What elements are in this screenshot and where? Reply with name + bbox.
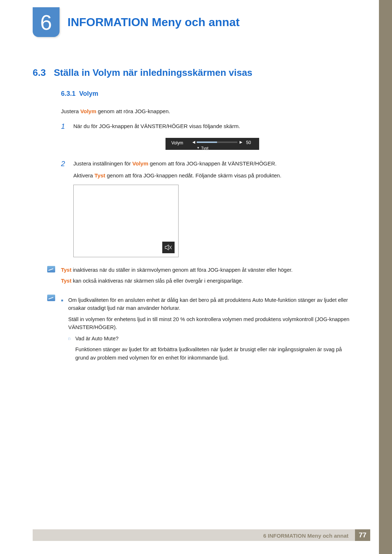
volume-fill [197, 141, 217, 143]
chapter-title: INFORMATION Meny och annat [68, 16, 240, 29]
section-heading: 6.3 Ställa in Volym när inledningsskärme… [33, 67, 252, 78]
note1-line2: Tyst kan också inaktiveras när skärmen s… [61, 277, 351, 285]
subsection-number: 6.3.1 [61, 90, 75, 97]
note-body: ■ Om ljudkvaliteten för en ansluten enhe… [61, 295, 351, 365]
note2-b1b: Ställ in volymen för enhetens ljud in ti… [68, 315, 351, 332]
note-block-2: ■ Om ljudkvaliteten för en ansluten enhe… [47, 295, 351, 365]
bullet-item: ■ Om ljudkvaliteten för en ansluten enhe… [61, 296, 351, 365]
footer: 77 6 INFORMATION Meny och annat [33, 529, 370, 541]
sub-bullet: □ Vad är Auto Mute? Funktionen stänger a… [68, 335, 351, 365]
note-block-1: Tyst inaktiveras när du ställer in skärm… [47, 266, 351, 288]
osd-label: Volym [171, 140, 183, 147]
step-2: 2 Justera inställningen för Volym genom … [61, 159, 351, 263]
note2-sub-a: Funktionen stänger av ljudet för att för… [75, 345, 351, 362]
subsection-title: Volym [79, 90, 98, 97]
volume-track [197, 141, 237, 143]
step-body: Justera inställningen för Volym genom at… [73, 159, 351, 263]
screen-illustration [73, 185, 179, 257]
step-2-line2: Aktivera Tyst genom att föra JOG-knappen… [73, 171, 351, 180]
note2-sub-q: Vad är Auto Mute? [75, 335, 351, 342]
note-icon [47, 266, 55, 272]
step-1-text: När du för JOG-knappen åt VÄNSTER/HÖGER … [73, 122, 351, 130]
section-title: Ställa in Volym när inledningsskärmen vi… [54, 67, 252, 78]
step-body: När du för JOG-knappen åt VÄNSTER/HÖGER … [73, 122, 351, 152]
step-2-line1: Justera inställningen för Volym genom at… [73, 159, 351, 168]
section-number: 6.3 [33, 67, 46, 78]
osd-value: 50 [246, 139, 251, 146]
step-number: 2 [61, 159, 68, 263]
content-body: Justera Volym genom att röra JOG-knappen… [61, 107, 351, 365]
note1-line1: Tyst inaktiveras när du ställer in skärm… [61, 266, 351, 274]
osd-tyst-row: ▼ Tyst [197, 145, 208, 151]
volume-osd: Volym ◀ ▶ 50 ▼ Tyst [166, 138, 259, 150]
left-arrow-icon: ◀ [192, 139, 195, 145]
step-number: 1 [61, 122, 68, 152]
down-arrow-icon: ▼ [197, 146, 200, 150]
footer-label: 6 INFORMATION Meny och annat [260, 533, 352, 539]
note2-b1: Om ljudkvaliteten för en ansluten enhet … [68, 296, 351, 312]
note-body: Tyst inaktiveras när du ställer in skärm… [61, 266, 351, 288]
right-arrow-icon: ▶ [240, 139, 242, 145]
intro-line: Justera Volym genom att röra JOG-knappen… [61, 107, 351, 115]
bullet-square-icon: ■ [61, 296, 63, 365]
side-strip [379, 0, 392, 554]
footer-page-number: 77 [355, 529, 370, 541]
step-1: 1 När du för JOG-knappen åt VÄNSTER/HÖGE… [61, 122, 351, 152]
osd-tyst-label: Tyst [201, 145, 208, 151]
note-icon [47, 295, 55, 301]
sub-bullet-icon: □ [68, 335, 70, 365]
subsection-heading: 6.3.1 Volym [61, 90, 98, 98]
chapter-header: 6 INFORMATION Meny och annat [33, 7, 240, 37]
chapter-number-badge: 6 [33, 7, 60, 37]
mute-icon [162, 242, 175, 253]
